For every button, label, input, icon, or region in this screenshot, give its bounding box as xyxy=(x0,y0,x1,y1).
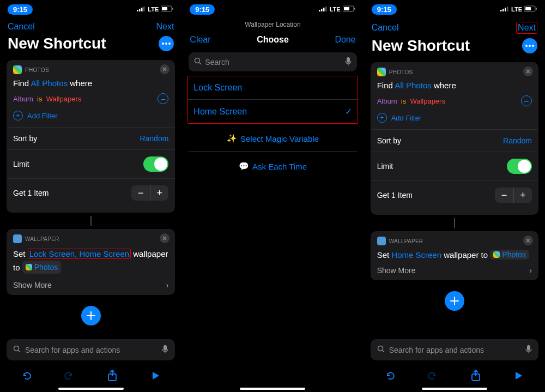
next-button[interactable]: Next xyxy=(156,22,174,32)
home-indicator[interactable] xyxy=(240,388,305,390)
magic-label: Select Magic Variable xyxy=(240,134,319,143)
item-stepper[interactable]: −+ xyxy=(131,185,168,201)
svg-point-31 xyxy=(532,45,534,47)
sort-by-row[interactable]: Sort by Random xyxy=(377,130,532,152)
toolbar xyxy=(0,365,181,383)
card-app-label: WALLPAPER xyxy=(25,236,59,242)
limit-toggle[interactable] xyxy=(143,156,168,172)
screen-1: 9:15 LTE Cancel Next New Shortcut PHOTOS… xyxy=(0,0,181,392)
mic-icon[interactable] xyxy=(345,57,352,67)
share-button[interactable] xyxy=(105,368,120,383)
item-stepper[interactable]: −+ xyxy=(495,188,532,203)
card-header: PHOTOS xyxy=(377,68,532,76)
action-search-bar[interactable]: Search for apps and actions xyxy=(371,339,538,360)
clear-button[interactable]: Clear xyxy=(190,35,210,45)
search-icon xyxy=(377,345,385,354)
svg-point-32 xyxy=(378,346,383,351)
select-magic-variable-button[interactable]: ✨ Select Magic Variable xyxy=(182,126,363,151)
svg-rect-18 xyxy=(344,7,349,10)
page-title: New Shortcut xyxy=(8,35,106,52)
more-button[interactable] xyxy=(159,36,174,51)
card-app-label: WALLPAPER xyxy=(389,238,423,244)
svg-point-8 xyxy=(165,43,167,45)
status-bar: 9:15 LTE xyxy=(182,2,363,16)
show-more-button[interactable]: Show More › xyxy=(13,281,168,290)
mic-icon[interactable] xyxy=(525,345,532,355)
ask-label: Ask Each Time xyxy=(252,162,307,171)
delete-action-button[interactable] xyxy=(523,67,533,76)
get-items-row: Get 1 Item −+ xyxy=(377,181,532,209)
photos-variable-token[interactable]: Photos xyxy=(22,261,62,274)
option-label: Home Screen xyxy=(193,107,247,117)
photos-app-icon xyxy=(13,65,22,74)
done-button[interactable]: Done xyxy=(335,35,355,45)
photos-icon xyxy=(493,251,500,258)
all-photos-token[interactable]: All Photos xyxy=(395,81,432,90)
search-placeholder: Search for apps and actions xyxy=(389,346,484,354)
share-button[interactable] xyxy=(468,368,483,383)
network-label: LTE xyxy=(148,6,159,13)
stepper-minus[interactable]: − xyxy=(131,185,150,201)
toolbar xyxy=(364,365,545,383)
action-search-bar[interactable]: Search for apps and actions xyxy=(7,339,175,360)
ask-each-time-button[interactable]: 💬 Ask Each Time xyxy=(182,154,363,179)
svg-rect-19 xyxy=(354,8,355,10)
run-button[interactable] xyxy=(511,368,526,383)
sort-by-row[interactable]: Sort by Random xyxy=(13,128,168,149)
limit-row: Limit xyxy=(377,152,532,180)
status-right: LTE xyxy=(500,5,537,13)
svg-point-9 xyxy=(168,43,171,45)
run-button[interactable] xyxy=(148,368,164,383)
photos-action-card: PHOTOS Find All Photos where Album is Wa… xyxy=(7,60,175,213)
status-right: LTE xyxy=(137,5,174,13)
more-button[interactable] xyxy=(522,38,537,53)
svg-rect-2 xyxy=(141,8,143,11)
search-field[interactable]: Search xyxy=(189,52,356,71)
location-token[interactable]: Lock Screen, Home Screen xyxy=(28,249,131,259)
status-bar: 9:15 LTE xyxy=(0,2,181,16)
find-label: Find xyxy=(377,81,393,90)
stepper-plus[interactable]: + xyxy=(150,185,168,201)
stepper-plus[interactable]: + xyxy=(513,188,532,203)
limit-label: Limit xyxy=(377,162,393,171)
where-label: where xyxy=(70,79,92,88)
options-list: Lock Screen Home Screen ✓ xyxy=(187,76,358,124)
all-photos-token[interactable]: All Photos xyxy=(31,79,68,88)
undo-button[interactable] xyxy=(19,368,34,383)
add-filter-button[interactable]: + Add Filter xyxy=(13,111,168,120)
home-indicator[interactable] xyxy=(422,388,487,390)
stepper-minus[interactable]: − xyxy=(495,188,513,203)
chooser-title: Choose xyxy=(257,35,289,45)
add-action-button[interactable] xyxy=(445,291,464,311)
location-token[interactable]: Home Screen xyxy=(391,250,441,260)
add-action-button[interactable] xyxy=(81,306,101,325)
option-home-screen[interactable]: Home Screen ✓ xyxy=(188,99,357,123)
filter-row[interactable]: Album is Wallpapers – xyxy=(13,93,168,104)
show-more-button[interactable]: Show More › xyxy=(377,266,532,275)
svg-rect-33 xyxy=(527,345,530,351)
cancel-button[interactable]: Cancel xyxy=(372,23,399,33)
option-lock-screen[interactable]: Lock Screen xyxy=(188,76,357,99)
remove-filter-button[interactable]: – xyxy=(158,93,168,104)
mic-icon[interactable] xyxy=(162,345,168,355)
signal-icon xyxy=(500,6,509,13)
remove-filter-button[interactable]: – xyxy=(521,95,532,106)
photos-app-icon xyxy=(377,68,386,76)
limit-toggle[interactable] xyxy=(507,159,532,174)
action-summary: Find All Photos where xyxy=(13,79,168,88)
delete-action-button[interactable] xyxy=(523,236,533,245)
search-placeholder: Search xyxy=(205,58,229,67)
redo-button xyxy=(62,368,77,383)
next-button[interactable]: Next xyxy=(516,22,537,34)
undo-button[interactable] xyxy=(382,368,397,383)
filter-row[interactable]: Album is Wallpapers – xyxy=(377,95,532,106)
cancel-button[interactable]: Cancel xyxy=(8,22,35,32)
photos-variable-token[interactable]: Photos xyxy=(490,250,529,260)
add-filter-button[interactable]: + Add Filter xyxy=(377,113,532,123)
home-indicator[interactable] xyxy=(58,388,124,390)
action-summary: Set Lock Screen, Home Screen wallpaper t… xyxy=(13,248,168,274)
wallpaper-app-icon: ✦ xyxy=(377,237,386,245)
wallpaper-label: wallpaper xyxy=(133,249,168,258)
plus-icon: + xyxy=(377,113,387,123)
svg-point-30 xyxy=(529,45,531,47)
